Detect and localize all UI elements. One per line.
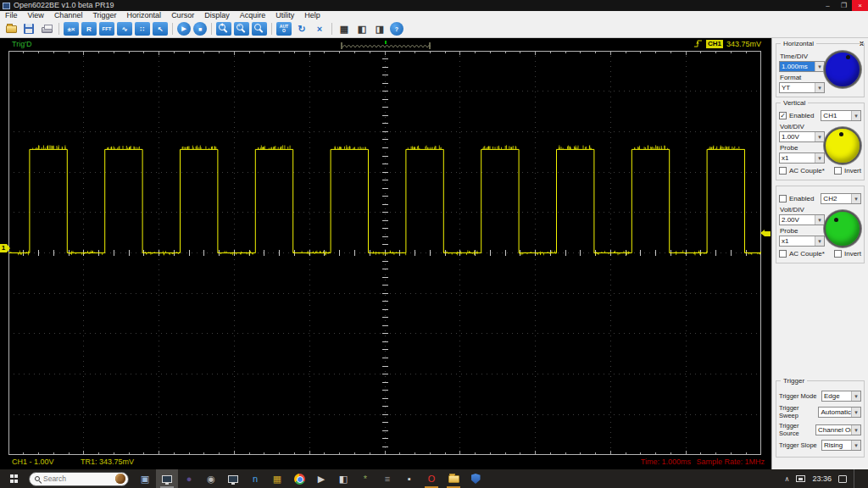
save-button[interactable] [21, 22, 36, 36]
menu-file[interactable]: File [0, 11, 23, 20]
taskbar-clock[interactable]: 23:36 [812, 474, 832, 483]
close-button[interactable]: × [852, 0, 868, 11]
ch2-enabled-label: Enabled [789, 195, 814, 202]
taskbar-app-blue-n[interactable]: n [244, 469, 266, 488]
taskbar-app-camera[interactable]: ◉ [200, 469, 222, 488]
ch2-ac-couple-label: AC Couple* [789, 250, 825, 258]
help-button[interactable]: ? [390, 22, 403, 36]
taskbar-app-defender[interactable] [465, 469, 487, 488]
format-select[interactable]: YT ▾ [779, 82, 825, 93]
fullscreen-button[interactable]: × [312, 22, 327, 36]
waveform-button[interactable]: ∿ [117, 22, 132, 36]
window-title: Open6022BE v1.0 beta PR19 [14, 0, 820, 11]
ch1-invert-label: Invert [844, 167, 861, 175]
measure-window-button[interactable]: ▦ [337, 22, 352, 36]
menu-horizontal[interactable]: Horizontal [122, 11, 167, 20]
sample-rate-readout: Sample Rate: 1MHz [696, 458, 765, 466]
print-button[interactable] [39, 22, 54, 36]
autoset-button[interactable]: AUTO [276, 22, 292, 36]
panel-right-button[interactable]: ◨ [372, 22, 387, 36]
ch2-position-knob[interactable] [824, 210, 861, 247]
zoom-window-button[interactable] [252, 22, 267, 36]
taskbar-app-explorer[interactable] [442, 469, 465, 488]
notification-icon[interactable] [838, 475, 847, 483]
channel1-position-marker[interactable]: 1 [0, 244, 10, 252]
ch1-position-knob[interactable] [824, 127, 861, 164]
trigger-slope-select[interactable]: Rising ▾ [821, 440, 861, 451]
trigger-mode-select[interactable]: Edge ▾ [821, 391, 861, 402]
menu-acquire[interactable]: Acquire [235, 11, 271, 20]
ch1-channel-select[interactable]: CH1 ▾ [821, 110, 861, 121]
minimize-button[interactable]: – [820, 0, 836, 11]
cursor-select-button[interactable]: ↖ [153, 22, 168, 36]
taskbar-app-purple[interactable]: ● [178, 469, 200, 488]
system-tray: ∧ 23:36 [785, 469, 868, 488]
search-box[interactable] [29, 472, 129, 486]
ch1-ac-couple-checkbox[interactable] [779, 167, 787, 175]
menu-view[interactable]: View [23, 11, 49, 20]
tr1-level-readout: TR1: 343.75mV [81, 458, 134, 466]
maximize-button[interactable]: ❐ [836, 0, 852, 11]
open-file-button[interactable] [3, 22, 19, 36]
zoom-out-button[interactable]: - [234, 22, 249, 36]
ch1-enabled-checkbox[interactable]: ✓ [779, 112, 787, 119]
network-icon[interactable] [796, 475, 805, 482]
refresh-button[interactable]: ↻ [294, 22, 309, 36]
ch2-enabled-checkbox[interactable] [779, 195, 787, 202]
ch2-ac-couple-checkbox[interactable] [779, 250, 787, 258]
ch2-channel-select[interactable]: CH2 ▾ [821, 193, 861, 204]
stop-button[interactable]: ■ [193, 22, 207, 36]
taskbar-app-chrome[interactable] [288, 469, 310, 488]
fft-button[interactable]: FFT [99, 22, 114, 36]
menu-channel[interactable]: Channel [49, 11, 88, 20]
separator [331, 23, 332, 35]
reference-button[interactable]: R [81, 22, 97, 36]
ch2-probe-select[interactable]: x1 ▾ [779, 236, 825, 247]
taskbar-app-window[interactable]: ▣ [134, 469, 156, 488]
ch1-ac-couple-label: AC Couple* [789, 167, 825, 175]
menu-help[interactable]: Help [299, 11, 326, 20]
taskbar-app-small-gray[interactable]: ≡ [376, 469, 398, 488]
show-desktop-button[interactable] [854, 469, 856, 488]
start-button[interactable] [0, 469, 29, 488]
tray-expand-chevron[interactable]: ∧ [785, 475, 790, 483]
taskbar-app-display[interactable] [222, 469, 244, 488]
search-input[interactable] [43, 474, 103, 483]
ch1-volt-div-select[interactable]: 1.00V ▾ [779, 131, 825, 142]
trigger-source-select[interactable]: Channel One ▾ [815, 424, 861, 435]
time-div-select[interactable]: 1.000ms ▾ [779, 61, 825, 72]
menu-trigger[interactable]: Trigger [87, 11, 121, 20]
chevron-down-icon: ▾ [815, 215, 824, 225]
taskbar-app-oscilloscope[interactable] [156, 469, 178, 488]
separator [172, 23, 173, 35]
chevron-down-icon: ▾ [851, 391, 860, 401]
vertical-ch1-group: Vertical ✓ Enabled CH1 ▾ Volt/DIV 1.00V … [776, 103, 865, 180]
ch2-volt-div-select[interactable]: 2.00V ▾ [779, 214, 825, 225]
math-button[interactable]: ±× [64, 22, 79, 36]
taskbar-app-tv[interactable]: ◧ [332, 469, 354, 488]
taskbar-app-green[interactable]: * [354, 469, 376, 488]
taskbar-app-dark[interactable]: ▪ [398, 469, 420, 488]
rising-edge-trigger-icon [693, 39, 703, 48]
taskbar-app-opera[interactable]: O [420, 469, 442, 488]
ch1-probe-select[interactable]: x1 ▾ [779, 152, 825, 164]
timebase-readout: Time: 1.000ms [641, 458, 691, 466]
zoom-in-button[interactable]: + [216, 22, 231, 36]
display-points-button[interactable]: ∷ [135, 22, 150, 36]
toolbar: ±× R FFT ∿ ∷ ↖ [0, 20, 868, 38]
taskbar-app-media[interactable]: ▶ [310, 469, 332, 488]
widgets-icon[interactable] [115, 474, 125, 484]
panel-left-button[interactable]: ◧ [354, 22, 370, 36]
taskbar-app-yellow[interactable]: ▦ [266, 469, 288, 488]
menu-display[interactable]: Display [199, 11, 235, 20]
horizontal-knob[interactable] [824, 51, 861, 88]
menu-cursor[interactable]: Cursor [166, 11, 199, 20]
ch2-invert-checkbox[interactable] [834, 250, 842, 258]
trigger-level-marker[interactable] [760, 230, 771, 237]
chevron-down-icon: ▾ [851, 111, 860, 120]
trigger-sweep-select[interactable]: Automatic ▾ [818, 407, 861, 418]
run-button[interactable]: ▶ [177, 22, 191, 36]
ch1-invert-checkbox[interactable] [834, 167, 842, 175]
menu-bar: File View Channel Trigger Horizontal Cur… [0, 11, 868, 20]
menu-utility[interactable]: Utility [270, 11, 299, 20]
